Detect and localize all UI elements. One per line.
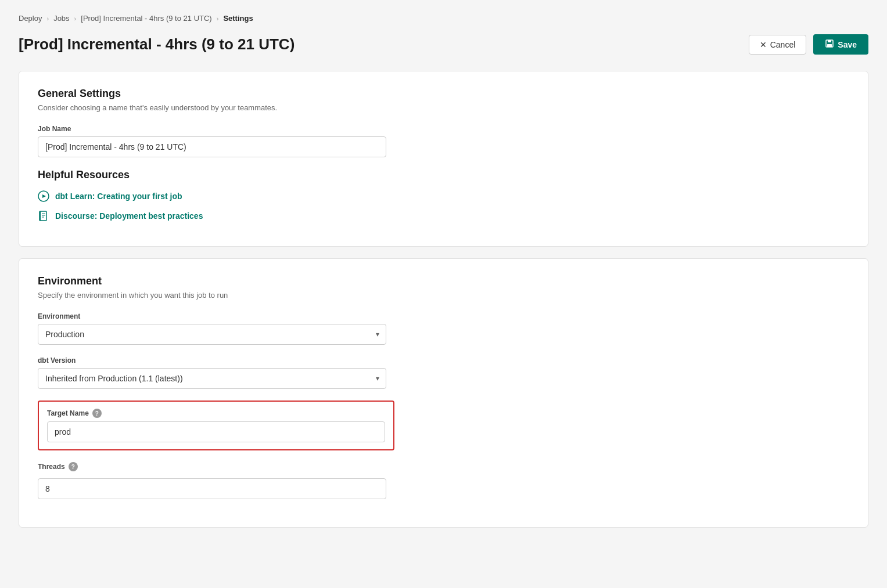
svg-rect-1 <box>828 40 831 42</box>
environment-group: Environment Production Staging Developme… <box>38 312 849 345</box>
general-settings-subtitle: Consider choosing a name that's easily u… <box>38 103 849 112</box>
cancel-label: Cancel <box>770 40 796 49</box>
environment-label: Environment <box>38 312 849 320</box>
target-name-group: Target Name ? <box>38 401 394 450</box>
threads-label: Threads <box>38 463 65 471</box>
job-name-label: Job Name <box>38 125 849 133</box>
svg-rect-2 <box>827 44 832 47</box>
breadcrumb-sep-3: › <box>217 15 219 22</box>
page-header: [Prod] Incremental - 4hrs (9 to 21 UTC) … <box>19 34 868 55</box>
resource-link-dbt-learn-label: dbt Learn: Creating your first job <box>55 192 182 201</box>
svg-marker-4 <box>42 194 46 198</box>
page-title: [Prod] Incremental - 4hrs (9 to 21 UTC) <box>19 35 295 53</box>
environment-select-wrapper: Production Staging Development ▾ <box>38 324 386 345</box>
dbt-version-label: dbt Version <box>38 356 849 365</box>
book-icon <box>38 210 49 222</box>
breadcrumb-job-name[interactable]: [Prod] Incremental - 4hrs (9 to 21 UTC) <box>81 14 211 23</box>
helpful-resources-title: Helpful Resources <box>38 169 849 181</box>
page-container: Deploy › Jobs › [Prod] Incremental - 4hr… <box>0 0 887 588</box>
threads-group: Threads ? <box>38 462 849 499</box>
resource-link-discourse[interactable]: Discourse: Deployment best practices <box>38 210 849 222</box>
environment-select[interactable]: Production Staging Development <box>38 324 386 345</box>
header-actions: ✕ Cancel Save <box>749 34 868 55</box>
target-name-label: Target Name <box>47 409 89 417</box>
play-circle-icon <box>38 190 49 202</box>
breadcrumb-deploy[interactable]: Deploy <box>19 14 42 23</box>
general-settings-card: General Settings Consider choosing a nam… <box>19 71 868 247</box>
dbt-version-group: dbt Version Inherited from Production (1… <box>38 356 849 389</box>
svg-rect-6 <box>39 211 41 221</box>
threads-help-icon[interactable]: ? <box>69 462 78 471</box>
breadcrumb: Deploy › Jobs › [Prod] Incremental - 4hr… <box>19 14 868 23</box>
breadcrumb-sep-1: › <box>46 15 49 22</box>
save-button[interactable]: Save <box>813 34 868 55</box>
resource-link-dbt-learn[interactable]: dbt Learn: Creating your first job <box>38 190 849 202</box>
cancel-button[interactable]: ✕ Cancel <box>749 35 807 55</box>
helpful-resources-links: dbt Learn: Creating your first job Disco… <box>38 190 849 222</box>
dbt-version-select[interactable]: Inherited from Production (1.1 (latest))… <box>38 368 386 389</box>
threads-input[interactable] <box>38 478 386 499</box>
breadcrumb-sep-2: › <box>74 15 77 22</box>
target-name-input[interactable] <box>47 421 385 442</box>
threads-label-row: Threads ? <box>38 462 849 471</box>
dbt-version-select-wrapper: Inherited from Production (1.1 (latest))… <box>38 368 386 389</box>
target-name-label-row: Target Name ? <box>47 409 385 418</box>
target-name-help-icon[interactable]: ? <box>92 409 102 418</box>
environment-card: Environment Specify the environment in w… <box>19 258 868 528</box>
job-name-input[interactable] <box>38 136 386 157</box>
save-icon <box>825 39 834 50</box>
environment-subtitle: Specify the environment in which you wan… <box>38 291 849 300</box>
general-settings-title: General Settings <box>38 88 849 100</box>
save-label: Save <box>838 40 857 49</box>
breadcrumb-settings: Settings <box>223 14 253 23</box>
environment-title: Environment <box>38 275 849 287</box>
cancel-icon: ✕ <box>760 40 767 49</box>
job-name-group: Job Name <box>38 125 849 157</box>
resource-link-discourse-label: Discourse: Deployment best practices <box>55 211 203 221</box>
breadcrumb-jobs[interactable]: Jobs <box>53 14 69 23</box>
